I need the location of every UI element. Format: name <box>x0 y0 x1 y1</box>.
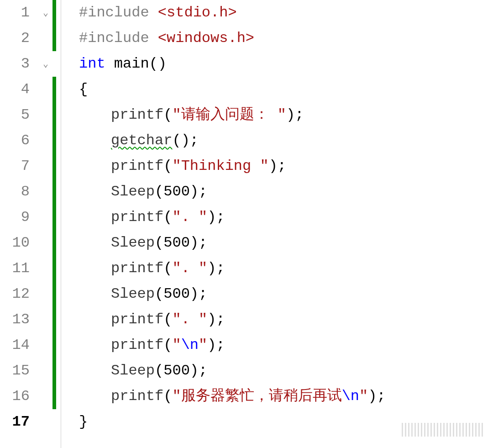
line-number[interactable]: 16 <box>0 384 30 409</box>
token-incstr: <stdio.h> <box>158 4 237 21</box>
token-callname: printf <box>111 337 163 353</box>
code-line[interactable]: printf("请输入问题： "); <box>79 102 493 128</box>
token-punct: ); <box>190 362 207 379</box>
line-number[interactable]: 9 <box>0 205 30 230</box>
change-bar <box>52 256 56 281</box>
token-punct: ( <box>155 234 163 251</box>
code-line[interactable]: printf("服务器繁忙，请稍后再试\n"); <box>79 384 493 409</box>
code-line[interactable]: #include <windows.h> <box>79 26 493 51</box>
token-escape: \n <box>181 337 199 353</box>
line-number[interactable]: 13 <box>0 307 30 332</box>
chevron-down-icon <box>39 77 52 102</box>
line-number[interactable]: 15 <box>0 358 30 384</box>
token-callname: printf <box>111 311 163 328</box>
token-num: 500 <box>163 285 190 302</box>
code-line[interactable]: Sleep(500); <box>79 358 493 384</box>
change-indicator-column <box>52 0 56 448</box>
line-number[interactable]: 10 <box>0 230 30 256</box>
chevron-down-icon <box>39 128 52 153</box>
gutter: 1234567891011121314151617 <box>0 0 39 448</box>
indent-guide <box>56 0 79 448</box>
token-punct: ( <box>163 388 172 405</box>
code-editor[interactable]: 1234567891011121314151617 ⌄⌄ #include <s… <box>0 0 493 448</box>
code-line[interactable]: printf("Thinking "); <box>79 153 493 179</box>
code-line[interactable]: printf(". "); <box>79 307 493 332</box>
token-punct: ); <box>207 311 225 328</box>
fold-column: ⌄⌄ <box>39 0 52 448</box>
code-line[interactable]: printf(". "); <box>79 205 493 230</box>
token-num: 500 <box>163 183 190 200</box>
line-number[interactable]: 17 <box>0 409 30 435</box>
token-keyword: int <box>79 55 105 72</box>
token-punct: ); <box>190 285 207 302</box>
token-punct: ); <box>190 183 207 200</box>
token-punct: ); <box>207 337 225 353</box>
code-line[interactable]: { <box>79 77 493 102</box>
line-number[interactable]: 8 <box>0 179 30 205</box>
change-bar <box>52 384 56 409</box>
line-number[interactable]: 4 <box>0 77 30 102</box>
line-number[interactable]: 2 <box>0 26 30 51</box>
token-callname: getchar <box>111 132 172 149</box>
token-string: ". " <box>172 209 207 226</box>
line-number[interactable]: 12 <box>0 281 30 307</box>
change-bar <box>52 179 56 205</box>
code-line[interactable]: Sleep(500); <box>79 281 493 307</box>
token-fname: main() <box>105 55 167 72</box>
code-line[interactable]: #include <stdio.h> <box>79 0 493 26</box>
code-line[interactable]: int main() <box>79 51 493 77</box>
line-number[interactable]: 11 <box>0 256 30 281</box>
token-punct: ); <box>207 260 225 277</box>
line-number[interactable]: 1 <box>0 0 30 26</box>
line-number[interactable]: 5 <box>0 102 30 128</box>
change-bar <box>52 77 56 102</box>
token-punct: ); <box>368 388 385 405</box>
token-punct: ( <box>163 260 172 277</box>
code-line[interactable]: getchar(); <box>79 128 493 153</box>
token-string: " <box>172 337 181 353</box>
watermark <box>402 423 484 437</box>
token-punct: (); <box>172 132 199 149</box>
change-bar <box>52 128 56 153</box>
code-line[interactable]: printf("\n"); <box>79 332 493 358</box>
code-line[interactable]: Sleep(500); <box>79 179 493 205</box>
change-bar <box>52 0 56 26</box>
token-punct: ); <box>190 234 207 251</box>
token-string: "服务器繁忙，请稍后再试 <box>172 388 341 405</box>
line-number[interactable]: 7 <box>0 153 30 179</box>
token-callname: Sleep <box>111 362 155 379</box>
line-number[interactable]: 14 <box>0 332 30 358</box>
token-string: " <box>199 337 207 353</box>
chevron-down-icon[interactable]: ⌄ <box>39 0 52 26</box>
token-string: ". " <box>172 260 207 277</box>
change-bar <box>52 26 56 51</box>
chevron-down-icon <box>39 230 52 256</box>
token-callname: printf <box>111 209 163 226</box>
chevron-down-icon <box>39 205 52 230</box>
token-string: "请输入问题： " <box>172 106 286 123</box>
chevron-down-icon <box>39 332 52 358</box>
token-num: 500 <box>163 362 190 379</box>
change-bar <box>52 51 56 77</box>
change-bar <box>52 153 56 179</box>
chevron-down-icon <box>39 358 52 384</box>
code-line[interactable]: printf(". "); <box>79 256 493 281</box>
chevron-down-icon <box>39 256 52 281</box>
line-number[interactable]: 3 <box>0 51 30 77</box>
code-line[interactable]: Sleep(500); <box>79 230 493 256</box>
token-callname: printf <box>111 388 163 405</box>
chevron-down-icon[interactable]: ⌄ <box>39 51 52 77</box>
chevron-down-icon <box>39 179 52 205</box>
change-bar <box>52 358 56 384</box>
token-callname: Sleep <box>111 285 155 302</box>
code-content[interactable]: #include <stdio.h>#include <windows.h>in… <box>79 0 493 448</box>
token-string: " <box>359 388 368 405</box>
change-bar <box>52 307 56 332</box>
token-escape: \n <box>342 388 359 405</box>
change-bar <box>52 281 56 307</box>
token-string: ". " <box>172 311 207 328</box>
token-punct: ( <box>163 337 172 353</box>
line-number[interactable]: 6 <box>0 128 30 153</box>
change-bar <box>52 332 56 358</box>
chevron-down-icon <box>39 307 52 332</box>
